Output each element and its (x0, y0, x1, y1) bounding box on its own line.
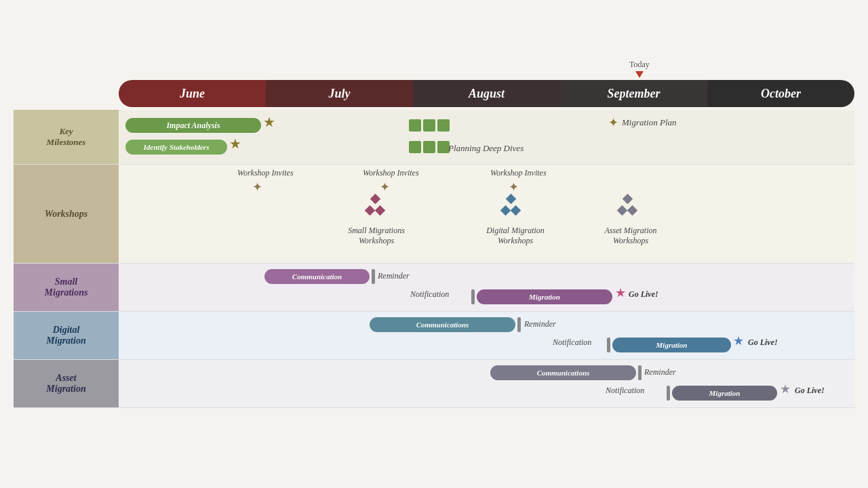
sq4 (409, 141, 421, 153)
reminder-digital-label: Reminder (524, 319, 556, 329)
milestone-squares-top (409, 119, 450, 131)
go-live-digital-star: ★ (733, 333, 744, 348)
month-october: October (707, 80, 854, 107)
reminder-small-label: Reminder (378, 271, 410, 281)
small-migration-diamonds (355, 193, 395, 214)
sq2 (423, 119, 435, 131)
small-area: Communication Reminder Notification Migr… (119, 264, 854, 311)
go-live-asset-label: Go Live! (795, 386, 825, 396)
identify-stakeholders-bar: Identify Stakeholders (125, 140, 227, 155)
go-live-digital-label: Go Live! (748, 338, 778, 348)
workshop-star-3: ✦ (509, 180, 519, 195)
sep-asset-2 (667, 386, 670, 401)
milestones-area: Impact Analysis ★ ✦ Migration Plan (119, 110, 854, 164)
notification-small-label: Notification (410, 289, 449, 300)
today-indicator: Today (629, 60, 650, 78)
reminder-asset-label: Reminder (644, 367, 676, 378)
migration-small-bar: Migration (477, 289, 612, 304)
sep-small-1 (372, 269, 375, 284)
go-live-small-label: Go Live! (629, 289, 658, 300)
row-digital: DigitalMigration Communications Reminder… (14, 312, 854, 360)
communications-asset-bar: Communications (490, 365, 636, 380)
milestones-label: KeyMilestones (14, 110, 119, 164)
migration-plan-label: Migration Plan (622, 117, 677, 128)
planning-deep-dives-label: Planning Deep Dives (448, 143, 524, 154)
workshop-star-1: ✦ (252, 180, 262, 195)
impact-analysis-bar: Impact Analysis (125, 118, 261, 133)
communication-small-bar: Communication (264, 269, 370, 284)
impact-analysis-star: ★ (263, 114, 275, 130)
month-august: August (413, 80, 560, 107)
workshop-star-2: ✦ (380, 180, 390, 195)
identify-star: ★ (229, 136, 241, 152)
row-small: SmallMigrations Communication Reminder N… (14, 264, 854, 312)
today-label: Today (629, 60, 650, 69)
row-asset: AssetMigration Communications Reminder N… (14, 360, 854, 408)
workshops-area: Workshop Invites ✦ Workshop Invites ✦ (119, 165, 854, 263)
today-arrow (635, 71, 644, 78)
digital-label: DigitalMigration (14, 312, 119, 359)
workshop-invites-1-label: Workshop Invites (237, 168, 294, 178)
small-label: SmallMigrations (14, 264, 119, 311)
go-live-asset-star: ★ (780, 382, 791, 396)
digital-migration-workshops-label: Digital Migration Workshops (478, 226, 553, 246)
sep-digital-1 (517, 317, 521, 332)
month-september: September (560, 80, 707, 107)
sq1 (409, 119, 421, 131)
migration-digital-bar: Migration (612, 338, 731, 352)
migration-plan-gear: ✦ (608, 115, 618, 130)
migration-asset-bar: Migration (672, 386, 777, 401)
sq5 (423, 141, 435, 153)
month-june: June (119, 80, 266, 107)
asset-area: Communications Reminder Notification Mig… (119, 360, 854, 407)
digital-content: Communications Reminder Notification Mig… (119, 312, 854, 359)
month-july: July (266, 80, 413, 107)
grid: KeyMilestones Impact Analysis ★ (14, 110, 854, 408)
communications-digital-bar: Communications (370, 317, 515, 332)
sq3 (437, 119, 450, 131)
row-milestones: KeyMilestones Impact Analysis ★ (14, 110, 854, 165)
small-migrations-workshops-label: Small Migrations Workshops (342, 226, 410, 246)
milestone-squares-bottom (409, 141, 450, 153)
sep-digital-2 (607, 338, 610, 352)
sep-small-2 (471, 289, 475, 304)
workshop-invites-3-label: Workshop Invites (490, 168, 547, 178)
row-workshops: Workshops Workshop Invites ✦ Workshop In… (14, 165, 854, 264)
chart-container: Today June July August September October… (14, 80, 854, 408)
asset-migration-diamonds (607, 193, 648, 214)
digital-area: Communications Reminder Notification Mig… (119, 312, 854, 359)
small-content: Communication Reminder Notification Migr… (119, 264, 854, 311)
workshop-invites-2-label: Workshop Invites (363, 168, 419, 178)
asset-migration-workshops-label: Asset Migration Workshops (593, 226, 668, 246)
workshops-content: Workshop Invites ✦ Workshop Invites ✦ (119, 165, 854, 263)
timeline-header: June July August September October (119, 80, 854, 107)
sep-asset-1 (638, 365, 642, 380)
milestones-content: Impact Analysis ★ ✦ Migration Plan (119, 110, 854, 164)
workshops-label: Workshops (14, 165, 119, 263)
asset-label: AssetMigration (14, 360, 119, 407)
go-live-small-star: ★ (615, 285, 626, 300)
notification-asset-label: Notification (606, 386, 644, 396)
notification-digital-label: Notification (553, 338, 591, 348)
digital-migration-diamonds (490, 193, 531, 214)
asset-content: Communications Reminder Notification Mig… (119, 360, 854, 407)
